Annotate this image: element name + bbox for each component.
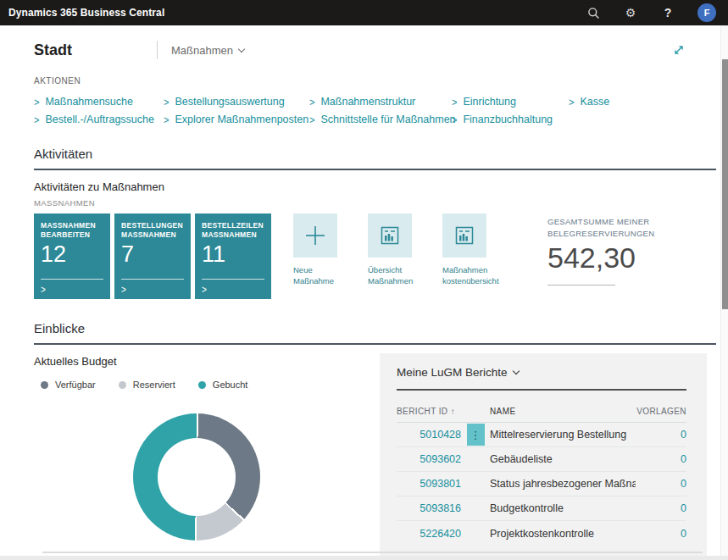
action-link-bestellungsauswertung[interactable]: >Bestellungsauswertung [164, 92, 309, 110]
vorlagen-count-link[interactable]: 0 [636, 502, 686, 514]
app-title[interactable]: Dynamics 365 Business Central [8, 7, 164, 19]
app-window: Dynamics 365 Business Central ⚙ ? F Stad… [0, 0, 728, 560]
activities-group-title: Aktivitäten zu Maßnahmen [34, 180, 716, 193]
chevron-right-icon: > [164, 96, 169, 108]
tile-value: 12 [41, 242, 103, 268]
action-link-bestell-auftragssuche[interactable]: >Bestell.-/Auftragssuche [34, 110, 164, 128]
chevron-right-icon: > [309, 114, 314, 125]
chart-legend: Verfügbar Reserviert Gebucht [41, 380, 373, 390]
donut-chart[interactable] [133, 413, 260, 541]
nav-dropdown-massnahmen[interactable]: Maßnahmen [171, 44, 244, 57]
scrollbar-thumb[interactable] [722, 59, 728, 309]
legend-item-gebucht[interactable]: Gebucht [198, 380, 248, 390]
chevron-right-icon: > [452, 114, 457, 125]
chevron-down-icon [512, 368, 519, 374]
cue-neue-massnahme[interactable]: Neue Maßnahme [293, 213, 353, 287]
column-header-bericht-id[interactable]: BERICHT ID ↑ [397, 407, 461, 416]
chevron-right-icon: > [34, 96, 39, 108]
chevron-right-icon: > [569, 96, 574, 108]
legend-label: Gebucht [213, 380, 248, 390]
action-link-finanzbuchhaltung[interactable]: >Finanzbuchhaltung [452, 110, 569, 128]
action-link-einrichtung[interactable]: >Einrichtung [452, 92, 569, 110]
table-row[interactable]: 5093602 Gebäudeliste 0 [397, 447, 686, 472]
actions-label: AKTIONEN [34, 76, 716, 86]
report-id-link[interactable]: 5093816 [397, 502, 461, 514]
report-id-link[interactable]: 5226420 [397, 528, 461, 540]
table-row[interactable]: 5010428 ⋮ Mittelreservierung Bestellung … [397, 423, 686, 447]
chevron-right-icon: > [34, 114, 39, 125]
report-name: Projektkostenkontrolle [490, 528, 636, 540]
tile-value: 7 [121, 242, 184, 268]
kpi-value[interactable]: 542,30 [547, 241, 654, 274]
tile-label: BESTELLZEILENMASSNAHMEN [202, 221, 264, 240]
app-header: Dynamics 365 Business Central ⚙ ? F [0, 0, 728, 25]
settings-gear-icon[interactable]: ⚙ [623, 5, 638, 20]
actions-links: >Maßnahmensuche >Bestell.-/Auftragssuche… [34, 92, 716, 128]
cue-label: Übersicht Maßnahmen [368, 265, 427, 287]
panel-divider [397, 389, 686, 391]
vertical-scrollbar[interactable] [720, 25, 728, 560]
reports-panel-title: Meine LuGM Berichte [397, 366, 508, 379]
tile-massnahmen-bearbeiten[interactable]: MASSNAHMENBEARBEITEN 12 > [34, 213, 110, 299]
cue-label: Neue Maßnahme [293, 265, 353, 287]
table-row[interactable]: 5226420 Projektkostenkontrolle 0 [397, 521, 686, 546]
table-row[interactable]: 5093801 Status jahresbezogener Maßnahm..… [397, 472, 686, 496]
nav-dropdown-label: Maßnahmen [171, 44, 233, 57]
actions-section: AKTIONEN >Maßnahmensuche >Bestell.-/Auft… [34, 76, 716, 128]
search-icon[interactable] [586, 5, 601, 20]
legend-dot [198, 381, 206, 389]
tile-bestellungen-massnahmen[interactable]: BESTELLUNGENMASSNAHMEN 7 > [114, 213, 191, 299]
row-context-menu-icon[interactable]: ⋮ [467, 424, 485, 446]
report-id-link[interactable]: 5010428 [397, 429, 461, 441]
chevron-right-icon: > [202, 284, 264, 295]
vorlagen-count-link[interactable]: 0 [636, 453, 686, 465]
activities-subgroup-label: MASSNAHMEN [34, 198, 716, 208]
reports-table: BERICHT ID ↑ NAME VORLAGEN 5010428 ⋮ Mit… [397, 401, 686, 546]
action-link-label: Explorer Maßnahmenposten [175, 114, 308, 125]
topbar-actions: ⚙ ? F [586, 3, 720, 22]
cue-massnahmen-kostenuebersicht[interactable]: Maßnahmen kostenübersicht [442, 213, 502, 287]
reports-panel-dropdown[interactable]: Meine LuGM Berichte [397, 366, 686, 379]
vorlagen-count-link[interactable]: 0 [636, 429, 686, 441]
tile-label: MASSNAHMENBEARBEITEN [41, 221, 103, 240]
activities-row: MASSNAHMENBEARBEITEN 12 > BESTELLUNGENMA… [34, 213, 716, 299]
action-link-massnahmensuche[interactable]: >Maßnahmensuche [34, 92, 164, 110]
chevron-right-icon: > [41, 284, 103, 295]
legend-dot [119, 381, 126, 389]
reports-panel: Meine LuGM Berichte BERICHT ID ↑ NAME VO… [380, 353, 707, 558]
chevron-down-icon [238, 45, 245, 52]
tile-bestellzeilen-massnahmen[interactable]: BESTELLZEILENMASSNAHMEN 11 > [195, 213, 271, 299]
column-header-vorlagen[interactable]: VORLAGEN [636, 407, 686, 416]
table-row[interactable]: 5093816 Budgetkontrolle 0 [397, 496, 686, 521]
report-id-link[interactable]: 5093602 [397, 453, 461, 465]
action-link-schnittstelle[interactable]: >Schnittstelle für Maßnahmen [309, 110, 452, 128]
legend-label: Reserviert [133, 380, 175, 390]
report-icon [368, 213, 412, 258]
tile-divider [41, 279, 103, 280]
plus-icon [293, 213, 337, 258]
avatar[interactable]: F [697, 3, 716, 22]
legend-item-reserviert[interactable]: Reserviert [119, 380, 175, 390]
row-menu-slot: ⋮ [461, 424, 490, 446]
report-name: Gebäudeliste [490, 453, 636, 465]
action-link-label: Finanzbuchhaltung [463, 114, 553, 125]
action-link-explorer-massnahmenposten[interactable]: >Explorer Maßnahmenposten [164, 110, 309, 128]
expand-icon[interactable] [672, 43, 686, 57]
cue-uebersicht-massnahmen[interactable]: Übersicht Maßnahmen [368, 213, 427, 287]
report-name: Status jahresbezogener Maßnahm... [490, 478, 636, 490]
action-link-label: Einrichtung [463, 96, 516, 108]
action-link-massnahmenstruktur[interactable]: >Maßnahmenstruktur [309, 92, 452, 110]
vorlagen-count-link[interactable]: 0 [636, 528, 686, 540]
page-title: Stadt [34, 42, 72, 59]
action-link-label: Schnittstelle für Maßnahmen [320, 114, 455, 125]
help-icon[interactable]: ? [660, 5, 675, 20]
action-link-label: Bestell.-/Auftragssuche [45, 114, 154, 125]
legend-label: Verfügbar [55, 380, 96, 390]
column-header-name[interactable]: NAME [490, 407, 636, 416]
tile-value: 11 [202, 242, 264, 268]
legend-item-verfuegbar[interactable]: Verfügbar [41, 380, 96, 390]
vorlagen-count-link[interactable]: 0 [636, 478, 686, 490]
action-link-kasse[interactable]: >Kasse [569, 92, 716, 110]
action-link-label: Maßnahmenstruktur [320, 96, 415, 108]
report-id-link[interactable]: 5093801 [397, 478, 461, 490]
